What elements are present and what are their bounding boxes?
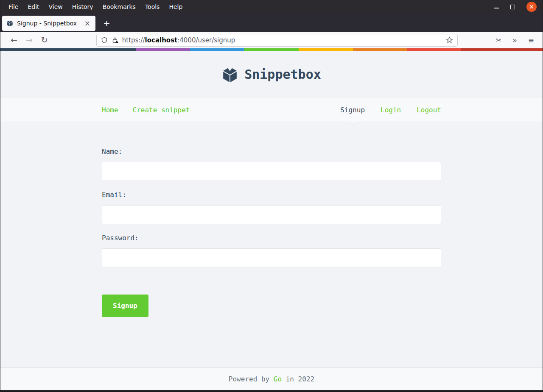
menu-history[interactable]: History	[67, 1, 98, 12]
nav-link-signup[interactable]: Signup	[340, 106, 365, 114]
site-header: Snippetbox	[0, 51, 543, 98]
lock-warning-icon[interactable]	[112, 37, 118, 44]
menu-label: File	[8, 3, 18, 10]
nav-link-login[interactable]: Login	[381, 106, 401, 114]
screenshot-icon[interactable]: ✂	[493, 36, 504, 44]
menu-help[interactable]: Help	[164, 1, 187, 12]
url-text: https://localhost:4000/user/signup	[122, 36, 235, 44]
nav-link-home[interactable]: Home	[102, 106, 118, 114]
footer-text-prefix: Powered by	[229, 375, 274, 383]
app-menu-icon[interactable]: ≡	[526, 36, 537, 44]
nav-link-create-snippet[interactable]: Create snippet	[133, 106, 190, 114]
footer-go-link[interactable]: Go	[274, 375, 282, 383]
snippetbox-logo[interactable]: Snippetbox	[222, 67, 321, 83]
name-label: Name:	[102, 147, 441, 156]
window-minimize-icon[interactable]	[494, 8, 499, 8]
menu-label: Help	[169, 3, 182, 10]
tab-signup-snippetbox[interactable]: Signup - Snippetbox ×	[2, 16, 95, 31]
window-maximize-icon[interactable]	[510, 5, 515, 9]
menu-label: Bookmarks	[103, 3, 136, 10]
menu-bookmarks[interactable]: Bookmarks	[98, 1, 140, 12]
box-logo-icon	[222, 67, 238, 83]
dotted-divider	[102, 285, 441, 285]
menu-edit[interactable]: Edit	[23, 1, 44, 12]
tab-title: Signup - Snippetbox	[17, 20, 78, 27]
tab-bar: Signup - Snippetbox × +	[0, 14, 543, 32]
window-controls: ×	[494, 2, 543, 12]
menu-label: Tools	[145, 3, 160, 10]
nav-left-group: Home Create snippet	[102, 106, 190, 114]
url-bar[interactable]: https://localhost:4000/user/signup	[96, 34, 458, 47]
password-input[interactable]	[102, 248, 441, 267]
nav-right-group: Signup Login Logout	[340, 106, 441, 114]
browser-window: File Edit View History Bookmarks Tools H…	[0, 0, 543, 392]
password-label: Password:	[102, 234, 441, 242]
email-input[interactable]	[102, 205, 441, 224]
signup-submit-button[interactable]: Signup	[102, 295, 148, 317]
name-input[interactable]	[102, 162, 441, 181]
back-button[interactable]: ←	[6, 36, 22, 44]
nav-link-logout[interactable]: Logout	[417, 106, 441, 114]
menu-file[interactable]: File	[4, 1, 23, 12]
tracking-shield-icon[interactable]	[101, 37, 108, 44]
reload-button[interactable]: ↻	[37, 36, 52, 44]
window-close-icon[interactable]: ×	[526, 2, 537, 12]
signup-form: Name: Email: Password: Signup	[102, 122, 441, 317]
menu-label: View	[49, 3, 63, 10]
tab-close-icon[interactable]: ×	[82, 19, 93, 28]
nav-link-label: Signup	[340, 106, 365, 114]
snippetbox-favicon	[6, 20, 13, 27]
toolbar-right-cluster: ✂ » ≡	[493, 36, 537, 44]
forward-button[interactable]: →	[22, 36, 37, 44]
email-label: Email:	[102, 191, 441, 199]
site-nav: Home Create snippet Signup Login Logout	[0, 98, 543, 122]
menu-bar: File Edit View History Bookmarks Tools H…	[0, 0, 543, 14]
menu-tools[interactable]: Tools	[140, 1, 165, 12]
overflow-chevron-icon[interactable]: »	[510, 36, 519, 44]
menu-label: Edit	[28, 3, 39, 10]
main-content: Name: Email: Password: Signup	[0, 122, 543, 367]
menu-label: History	[72, 3, 93, 10]
bookmark-star-icon[interactable]	[446, 36, 453, 44]
site-footer: Powered by Go in 2022	[0, 367, 543, 390]
new-tab-button[interactable]: +	[99, 17, 115, 29]
navigation-toolbar: ← → ↻ https://localhost:4000/user/signup	[0, 32, 543, 48]
footer-text-suffix: in 2022	[282, 375, 314, 383]
menu-view[interactable]: View	[44, 1, 67, 12]
close-x-glyph: ×	[529, 4, 535, 10]
page-title: Snippetbox	[244, 67, 321, 82]
